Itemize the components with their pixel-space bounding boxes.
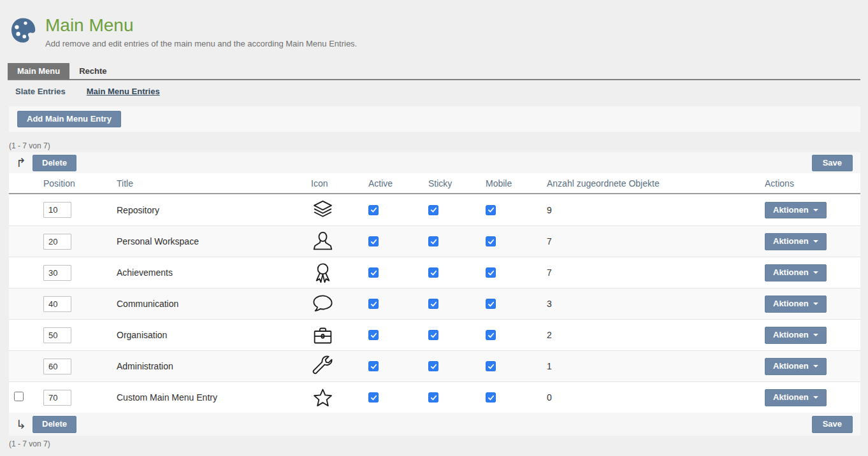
save-button-top[interactable]: Save	[812, 155, 853, 171]
column-header-sticky: Sticky	[419, 178, 477, 189]
row-icon	[311, 230, 335, 253]
page-subtitle: Add remove and edit entries of the main …	[45, 39, 357, 48]
row-icon	[311, 292, 335, 316]
mobile-checkbox[interactable]	[486, 205, 496, 215]
main-menu-table: ↱ Delete Save Position Title Icon Active…	[9, 152, 860, 436]
chevron-down-icon	[813, 334, 818, 336]
sticky-checkbox[interactable]	[428, 236, 438, 246]
mobile-checkbox[interactable]	[486, 267, 496, 278]
active-checkbox[interactable]	[368, 330, 379, 340]
position-input[interactable]	[43, 202, 71, 218]
table-row: Custom Main Menu Entry 0 Aktionen	[9, 381, 860, 413]
subtab-slate-entries[interactable]: Slate Entries	[15, 87, 66, 96]
active-checkbox[interactable]	[368, 361, 379, 371]
table-top-toolbar: ↱ Delete Save	[9, 152, 860, 173]
table-row: Repository 9 Aktionen	[9, 194, 860, 225]
chevron-down-icon	[813, 271, 818, 274]
row-actions-button[interactable]: Aktionen	[765, 264, 827, 281]
column-header-active: Active	[359, 178, 419, 189]
select-upward-arrow-icon: ↱	[14, 157, 28, 169]
row-icon	[311, 355, 335, 378]
subtab-bar: Slate Entries Main Menu Entries	[0, 80, 868, 100]
table-row: Administration 1 Aktionen	[9, 350, 860, 381]
assigned-objects-count: 9	[538, 205, 756, 215]
pagination-top: (1 - 7 von 7)	[9, 141, 859, 150]
row-icon	[311, 261, 335, 285]
sticky-checkbox[interactable]	[428, 267, 438, 278]
row-title: Custom Main Menu Entry	[108, 392, 302, 403]
row-actions-button[interactable]: Aktionen	[765, 358, 827, 374]
row-actions-button[interactable]: Aktionen	[765, 296, 827, 312]
column-header-title: Title	[108, 178, 302, 189]
mobile-checkbox[interactable]	[486, 392, 496, 403]
sticky-checkbox[interactable]	[428, 330, 438, 340]
row-icon	[311, 324, 335, 347]
add-main-menu-entry-button[interactable]: Add Main Menu Entry	[17, 111, 121, 127]
column-header-actions: Actions	[756, 178, 860, 189]
tab-main-menu[interactable]: Main Menu	[8, 63, 69, 79]
mobile-checkbox[interactable]	[486, 299, 496, 309]
active-checkbox[interactable]	[368, 299, 379, 309]
row-title: Repository	[108, 205, 302, 215]
table-row: Personal Workspace 7 Aktionen	[9, 225, 860, 257]
position-input[interactable]	[43, 359, 71, 374]
position-input[interactable]	[43, 296, 71, 312]
row-actions-button[interactable]: Aktionen	[765, 389, 827, 406]
row-icon	[311, 198, 335, 222]
active-checkbox[interactable]	[368, 205, 379, 215]
row-actions-button[interactable]: Aktionen	[765, 233, 827, 250]
column-header-icon: Icon	[302, 178, 359, 189]
chevron-down-icon	[813, 240, 818, 243]
assigned-objects-count: 3	[538, 299, 756, 309]
row-title: Communication	[108, 299, 302, 309]
position-input[interactable]	[43, 327, 71, 343]
mobile-checkbox[interactable]	[486, 330, 496, 340]
row-title: Administration	[108, 361, 302, 371]
assigned-objects-count: 7	[538, 267, 756, 278]
assigned-objects-count: 2	[538, 330, 756, 340]
chevron-down-icon	[813, 396, 818, 399]
toolbar: Add Main Menu Entry	[9, 106, 860, 132]
sticky-checkbox[interactable]	[428, 299, 438, 309]
sticky-checkbox[interactable]	[428, 361, 438, 371]
position-input[interactable]	[43, 234, 71, 250]
page-title: Main Menu	[45, 15, 357, 36]
active-checkbox[interactable]	[368, 236, 379, 246]
row-actions-button[interactable]: Aktionen	[765, 327, 827, 343]
position-input[interactable]	[43, 265, 71, 281]
table-row: Communication 3 Aktionen	[9, 288, 860, 319]
row-select-checkbox[interactable]	[14, 392, 24, 401]
tab-bar: Main Menu Rechte	[8, 63, 860, 80]
delete-button-bottom[interactable]: Delete	[33, 416, 76, 432]
mobile-checkbox[interactable]	[486, 236, 496, 246]
page-header: Main Menu Add remove and edit entries of…	[0, 0, 868, 48]
chevron-down-icon	[813, 365, 818, 367]
delete-button-top[interactable]: Delete	[33, 155, 76, 171]
row-title: Organisation	[108, 330, 302, 340]
active-checkbox[interactable]	[368, 392, 379, 403]
select-downward-arrow-icon: ↳	[14, 418, 28, 431]
table-bottom-toolbar: ↳ Delete Save	[9, 413, 860, 436]
row-title: Achievements	[108, 267, 302, 278]
active-checkbox[interactable]	[368, 267, 379, 278]
table-header-row: Position Title Icon Active Sticky Mobile…	[9, 173, 860, 194]
position-input[interactable]	[43, 390, 71, 406]
sticky-checkbox[interactable]	[428, 392, 438, 403]
row-icon	[311, 386, 335, 410]
column-header-anzahl: Anzahl zugeordnete Objekte	[538, 178, 756, 189]
table-row: Achievements 7 Aktionen	[9, 257, 860, 288]
table-row: Organisation 2 Aktionen	[9, 319, 860, 350]
mobile-checkbox[interactable]	[486, 361, 496, 371]
column-header-mobile: Mobile	[477, 178, 538, 189]
chevron-down-icon	[813, 209, 818, 211]
tab-rechte[interactable]: Rechte	[69, 63, 116, 79]
palette-icon	[9, 17, 38, 45]
assigned-objects-count: 1	[538, 361, 756, 371]
column-header-position: Position	[34, 178, 108, 189]
row-actions-button[interactable]: Aktionen	[765, 202, 827, 218]
save-button-bottom[interactable]: Save	[812, 416, 853, 432]
sticky-checkbox[interactable]	[428, 205, 438, 215]
pagination-bottom: (1 - 7 von 7)	[9, 439, 859, 448]
subtab-main-menu-entries[interactable]: Main Menu Entries	[87, 87, 160, 96]
chevron-down-icon	[813, 303, 818, 305]
